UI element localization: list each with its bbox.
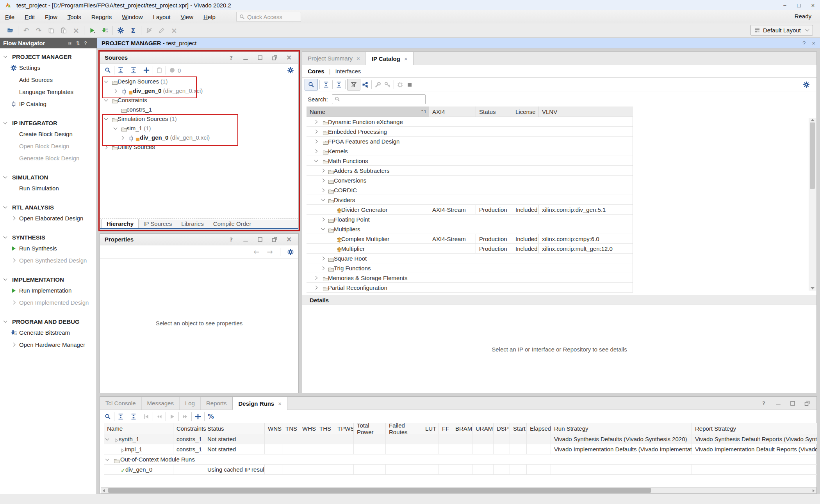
chevron-right-icon[interactable] [321,217,325,222]
catalog-row-Conversions[interactable]: Conversions [307,176,633,185]
search-icon[interactable] [103,412,112,421]
view-interfaces[interactable]: Interfaces [335,68,361,75]
collapse-all-icon[interactable] [116,412,125,421]
edit-disabled-button[interactable] [155,25,168,36]
generate-bitstream-button[interactable]: 0110 [98,25,111,36]
tab-messages[interactable]: Messages [142,397,180,410]
column-header-report-strategy[interactable]: Report Strategy [692,423,817,434]
column-header-total-power[interactable]: Total Power [353,423,385,434]
catalog-row-Divider Generator[interactable]: Divider GeneratorAXI4-StreamProductionIn… [307,205,633,215]
column-header-lut[interactable]: LUT [422,423,439,434]
chevron-right-icon[interactable] [314,286,318,290]
catalog-row-Multipliers[interactable]: Multipliers [307,224,633,234]
chevron-right-icon[interactable] [314,130,318,134]
column-header-constraints[interactable]: Constraints [173,423,204,434]
catalog-row-Complex Multiplier[interactable]: Complex MultiplierAXI4-StreamProductionI… [307,234,633,244]
catalog-row-CORDIC[interactable]: CORDIC [307,185,633,195]
minimize-icon[interactable] [241,53,250,62]
catalog-row-Memories & Storage Elements[interactable]: Memories & Storage Elements [307,273,633,283]
flow-nav-item-create-block-design[interactable]: Create Block Design [0,128,96,140]
catalog-row-Math Functions[interactable]: Math Functions [307,156,633,166]
chevron-right-icon[interactable] [321,266,325,270]
expand-all-icon[interactable] [334,80,344,89]
source-tree-row-Utility Sources[interactable]: Utility Sources [100,142,298,152]
column-header-tpws[interactable]: TPWS [334,423,353,434]
search-icon[interactable] [103,66,112,75]
minimize-icon[interactable] [774,399,783,408]
settings-gear-button[interactable] [114,25,127,36]
play-icon[interactable] [168,412,177,421]
chevron-down-icon[interactable] [104,80,108,84]
flow-nav-section-rtl-analysis[interactable]: RTL ANALYSIS [0,202,96,212]
tab-ip-catalog[interactable]: IP Catalog× [366,52,414,65]
flow-nav-section-project-manager[interactable]: PROJECT MANAGER [0,51,96,62]
column-header-ths[interactable]: THS [316,423,334,434]
column-header-axi4[interactable]: AXI4 [429,106,476,117]
flow-nav-section-implementation[interactable]: IMPLEMENTATION [0,274,96,284]
menu-flow[interactable]: Flow [40,12,62,22]
chevron-right-icon[interactable] [321,178,325,183]
expand-all-icon[interactable] [129,66,138,75]
chevron-right-icon[interactable] [113,89,118,93]
column-header-run-strategy[interactable]: Run Strategy [551,423,692,434]
help-icon[interactable]: ? [226,53,236,62]
catalog-row-Multiplier[interactable]: MultiplierProductionIncludedxilinx.com:i… [307,244,633,254]
catalog-row-Floating Point[interactable]: Floating Point [307,215,633,224]
scroll-down-arrow[interactable] [811,287,815,289]
chip-icon[interactable] [396,80,405,89]
help-icon[interactable]: ? [226,235,236,244]
flow-nav-section-ip-integrator[interactable]: IP INTEGRATOR [0,118,96,128]
open-folder-button[interactable] [4,25,16,36]
sources-tab-ip-sources[interactable]: IP Sources [139,219,176,228]
chevron-down-icon[interactable] [113,126,118,131]
settings-gear-icon[interactable] [286,66,295,75]
source-tree-row-div_gen_0[interactable]: div_gen_0 (div_gen_0.xci) [100,86,298,96]
flow-nav-item-open-hardware-manager[interactable]: Open Hardware Manager [0,339,96,351]
settings-gear-icon[interactable] [802,80,811,89]
help-icon[interactable]: ? [84,40,87,46]
arrow-right-icon[interactable]: → [265,248,275,256]
design-run-row-Out-of-Context Module Runs[interactable]: Out-of-Context Module Runs [104,454,817,465]
maximize-icon[interactable] [255,53,265,62]
add-icon[interactable] [142,66,151,75]
collapse-all-icon[interactable] [321,80,331,89]
chevron-right-icon[interactable] [314,120,318,124]
float-icon[interactable] [802,399,812,408]
window-minimize-button[interactable]: − [778,0,792,10]
flow-nav-item-generate-bitstream[interactable]: 0110Generate Bitstream [0,327,96,339]
help-icon[interactable]: ? [759,399,768,408]
catalog-row-Trig Functions[interactable]: Trig Functions [307,263,633,273]
column-header-tns[interactable]: TNS [282,423,299,434]
add-icon[interactable] [193,412,203,421]
minimize-icon[interactable] [241,235,250,244]
flow-nav-item-add-sources[interactable]: Add Sources [0,74,96,86]
source-tree-row-constrs_1[interactable]: constrs_1 [100,105,298,114]
scroll-right-arrow[interactable] [813,489,815,492]
chevron-down-icon[interactable] [105,437,109,442]
paste-button[interactable] [57,25,70,36]
step-back-icon[interactable] [155,412,164,421]
source-tree-row-sim_1[interactable]: sim_1 (1) [100,124,298,133]
properties-panel-header[interactable]: Properties ?× [100,234,298,245]
menu-view[interactable]: View [176,12,198,22]
catalog-search-input[interactable] [332,94,426,104]
chevron-right-icon[interactable] [104,145,108,149]
chevron-right-icon[interactable] [314,149,318,153]
delete-x-button[interactable]: × [70,25,82,36]
column-header-start[interactable]: Start [510,423,526,434]
vertical-scrollbar[interactable] [809,118,816,291]
scrollbar-thumb[interactable] [108,488,651,493]
layout-selector[interactable]: Default Layout [750,25,813,35]
catalog-row-Dividers[interactable]: Dividers [307,195,633,205]
chevron-down-icon[interactable] [314,159,318,163]
close-icon[interactable]: × [812,40,815,46]
menu-reports[interactable]: Reports [86,12,117,22]
flow-nav-item-run-implementation[interactable]: Run Implementation [0,284,96,296]
flow-nav-item-open-implemented-design[interactable]: Open Implemented Design [0,296,96,309]
catalog-row-Adders & Subtracters[interactable]: Adders & Subtracters [307,166,633,176]
flow-nav-section-simulation[interactable]: SIMULATION [0,172,96,182]
scrollbar-thumb[interactable] [810,122,815,189]
flow-nav-item-language-templates[interactable]: Language Templates [0,86,96,98]
chevron-down-icon[interactable] [321,198,325,202]
quick-access-search[interactable]: Quick Access [236,12,301,22]
